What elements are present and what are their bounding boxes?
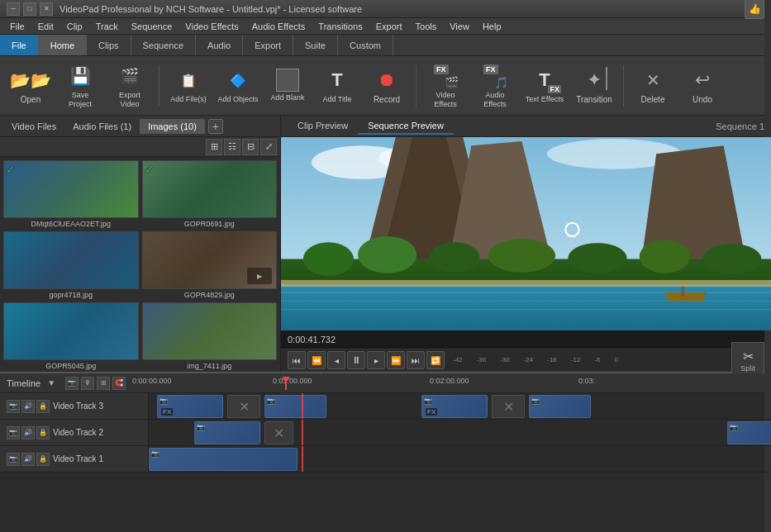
clip-block[interactable]: 📷 FX xyxy=(421,395,488,418)
split-label: Split xyxy=(740,364,755,373)
menu-help[interactable]: Help xyxy=(476,20,508,33)
tab-custom[interactable]: Custom xyxy=(338,35,393,55)
save-label: Save Project xyxy=(59,91,101,109)
export-video-button[interactable]: 🎬 Export Video xyxy=(106,59,154,112)
timeline-dropdown[interactable]: ▼ xyxy=(47,378,55,387)
list-item[interactable]: ✓ GOPR0691.jpg xyxy=(142,160,278,228)
list-item[interactable]: ▶ GOPR4829.jpg xyxy=(142,231,278,299)
clip-block[interactable]: 📷 xyxy=(149,448,297,471)
clip-block[interactable]: 📷 xyxy=(264,395,326,418)
audio-effects-button[interactable]: FX 🎵 Audio Effects xyxy=(471,59,519,112)
clip-block[interactable]: 📷 xyxy=(727,421,771,444)
track-lock-icon[interactable]: 🔒 xyxy=(36,426,50,439)
list-item[interactable]: ✓ DMqt6ClUEAAO2ET.jpg xyxy=(3,160,139,228)
close-btn[interactable]: ✕ xyxy=(40,2,53,16)
track-cam-icon[interactable]: 📷 xyxy=(7,426,20,439)
go-to-start-button[interactable]: ⏮ xyxy=(288,351,306,369)
delete-icon: ✕ xyxy=(640,67,666,93)
view-btn-4[interactable]: ⤢ xyxy=(260,139,277,155)
tab-sequence[interactable]: Sequence xyxy=(131,35,197,55)
tab-clip-preview[interactable]: Clip Preview xyxy=(288,118,358,135)
check-icon: ✓ xyxy=(145,163,155,176)
tab-home[interactable]: Home xyxy=(39,35,87,55)
menu-edit[interactable]: Edit xyxy=(31,20,60,33)
tab-sequence-preview[interactable]: Sequence Preview xyxy=(358,118,454,135)
menu-view[interactable]: View xyxy=(443,20,476,33)
add-objects-button[interactable]: 🔷 Add Objects xyxy=(214,59,262,112)
add-files-button[interactable]: 📋 Add File(s) xyxy=(164,59,212,112)
go-to-end-button[interactable]: ⏭ xyxy=(407,351,425,369)
tab-suite[interactable]: Suite xyxy=(293,35,338,55)
tab-audio-files[interactable]: Audio Files (1) xyxy=(64,119,140,134)
menu-tools[interactable]: Tools xyxy=(409,20,444,33)
list-item[interactable]: img_7411.jpg xyxy=(142,302,278,370)
toolbar: 📂 Open 💾 Save Project 🎬 Export Video 📋 A… xyxy=(0,56,771,116)
loop-button[interactable]: 🔁 xyxy=(426,351,445,369)
tl-btn-magnet[interactable]: 🧲 xyxy=(112,377,126,390)
clip-block[interactable]: 📷 xyxy=(194,421,260,444)
text-effects-button[interactable]: T FX Text Effects xyxy=(521,59,569,112)
forward-frame-button[interactable]: ▸ xyxy=(367,351,385,369)
timeline-tracks: 📷 🔊 🔒 Video Track 3 📷 FX ✕ 📷 📷 xyxy=(0,393,771,474)
playhead-handle[interactable] xyxy=(283,377,289,381)
menu-transitions[interactable]: Transitions xyxy=(312,20,369,33)
back-frame-button[interactable]: ◂ xyxy=(327,351,345,369)
open-button[interactable]: 📂 Open xyxy=(7,59,55,112)
view-btn-2[interactable]: ☷ xyxy=(224,139,240,155)
add-title-button[interactable]: T Add Title xyxy=(313,59,361,112)
save-project-button[interactable]: 💾 Save Project xyxy=(56,59,104,112)
track-cam-icon[interactable]: 📷 xyxy=(7,453,20,466)
track-cam-icon[interactable]: 📷 xyxy=(7,400,20,413)
preview-area xyxy=(281,137,771,330)
transition-button[interactable]: ✦ Transition xyxy=(570,59,618,112)
undo-button[interactable]: ↩ Undo xyxy=(678,59,726,112)
record-button[interactable]: ⏺ Record xyxy=(363,59,411,112)
clip-block[interactable]: 📷 FX xyxy=(157,395,223,418)
add-blank-button[interactable]: Add Blank xyxy=(264,59,312,112)
menu-track[interactable]: Track xyxy=(89,20,125,33)
restore-btn[interactable]: □ xyxy=(23,2,36,16)
add-files-label: Add File(s) xyxy=(170,95,207,104)
menu-video-effects[interactable]: Video Effects xyxy=(178,20,245,33)
menu-file[interactable]: File xyxy=(3,20,31,33)
titlebar-icons[interactable]: ─ □ ✕ xyxy=(7,2,53,16)
clip-transition[interactable]: ✕ xyxy=(492,395,525,418)
tab-clips[interactable]: Clips xyxy=(87,35,131,55)
video-effects-button[interactable]: FX 🎬 Video Effects xyxy=(421,59,469,112)
clip-block[interactable]: 📷 xyxy=(529,395,591,418)
add-tab-button[interactable]: + xyxy=(208,119,223,134)
tab-video-files[interactable]: Video Files xyxy=(3,119,64,134)
list-item[interactable]: GOPR5045.jpg xyxy=(3,302,139,370)
list-item[interactable]: gopr4718.jpg xyxy=(3,231,139,299)
pause-button[interactable]: ⏸ xyxy=(347,351,365,369)
tab-images[interactable]: Images (10) xyxy=(140,119,205,134)
track-mute-icon[interactable]: 🔊 xyxy=(21,453,35,466)
clip-transition[interactable]: ✕ xyxy=(227,395,260,418)
tl-btn-grid[interactable]: ⊞ xyxy=(97,377,110,390)
menu-sequence[interactable]: Sequence xyxy=(125,20,179,33)
track-mute-icon[interactable]: 🔊 xyxy=(21,400,35,413)
view-btn-3[interactable]: ⊟ xyxy=(242,139,259,155)
tab-audio[interactable]: Audio xyxy=(196,35,243,55)
track-content-2[interactable]: 📷 ✕ 📷 xyxy=(149,420,771,445)
playhead[interactable] xyxy=(285,377,287,390)
tab-export[interactable]: Export xyxy=(243,35,293,55)
track-content-3[interactable]: 📷 FX ✕ 📷 📷 FX ✕ 📷 xyxy=(149,393,771,419)
track-lock-icon[interactable]: 🔒 xyxy=(36,453,50,466)
minimize-btn[interactable]: ─ xyxy=(7,2,20,16)
menu-clip[interactable]: Clip xyxy=(60,20,89,33)
view-btn-1[interactable]: ⊞ xyxy=(206,139,222,155)
track-mute-icon[interactable]: 🔊 xyxy=(21,426,35,439)
tl-btn-camera[interactable]: 📷 xyxy=(65,377,79,390)
delete-button[interactable]: ✕ Delete xyxy=(629,59,677,112)
like-button[interactable]: 👍 xyxy=(745,0,764,19)
step-forward-button[interactable]: ⏩ xyxy=(387,351,405,369)
track-lock-icon[interactable]: 🔒 xyxy=(36,400,50,413)
tab-file[interactable]: File xyxy=(0,35,39,55)
step-back-button[interactable]: ⏪ xyxy=(307,351,326,369)
tl-btn-mic[interactable]: 🎙 xyxy=(81,377,94,390)
menu-audio-effects[interactable]: Audio Effects xyxy=(245,20,312,33)
menu-export[interactable]: Export xyxy=(369,20,409,33)
clip-transition[interactable]: ✕ xyxy=(264,421,293,444)
track-content-1[interactable]: 📷 xyxy=(149,446,771,472)
